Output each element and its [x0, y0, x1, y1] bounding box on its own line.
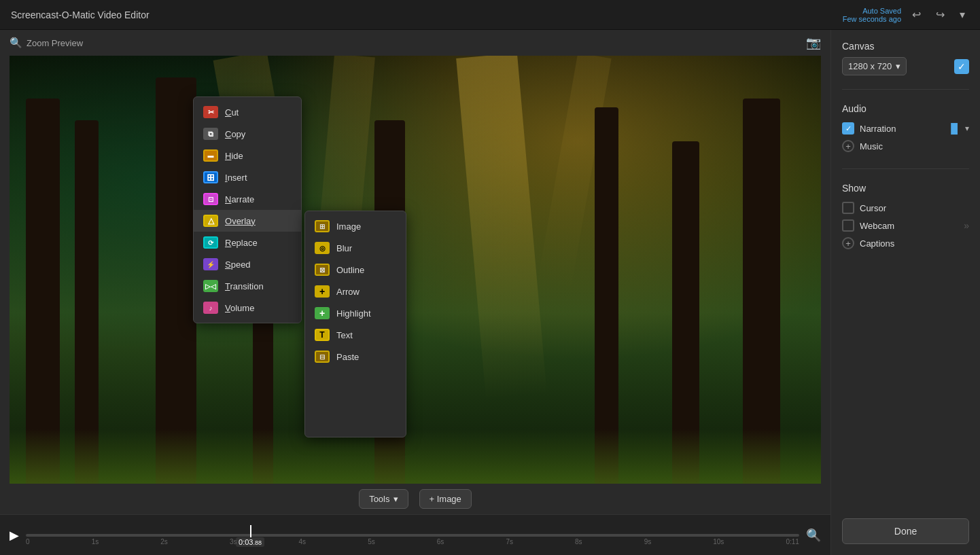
light-ray-3	[456, 56, 547, 399]
add-image-button[interactable]: + Image	[419, 489, 472, 509]
center-area: 🔍 Zoom Preview 📷	[0, 30, 830, 555]
captions-left: + Captions	[842, 237, 894, 249]
canvas-size-select[interactable]: 1280 x 720 ▾	[842, 57, 907, 75]
paste-icon: ⊟	[315, 351, 330, 363]
time-1s: 1s	[92, 538, 99, 545]
timeline-search-button[interactable]: 🔍	[806, 528, 821, 543]
timeline-labels: 0 1s 2s 3s 4s 5s 6s 7s 8s 9s 10s 0:11	[26, 538, 799, 545]
cursor-left: Cursor	[842, 202, 886, 214]
insert-label: Insert	[225, 173, 247, 183]
timeline-track[interactable]: 0:03.88 0 1s 2s 3s 4s 5s 6s 7s 8s 9s 10s…	[26, 525, 799, 545]
webcam-item: Webcam »	[842, 217, 969, 234]
menu-item-cut[interactable]: ✂ Cut	[194, 101, 301, 123]
narration-dropdown-icon[interactable]: ▾	[965, 124, 969, 133]
undo-button[interactable]: ↩	[908, 5, 925, 24]
bottom-toolbar: Tools ▾ + Image	[0, 484, 830, 514]
top-bar: 🔍 Zoom Preview 📷	[0, 30, 830, 56]
context-menu-container: ✂ Cut ⧉ Copy ▬ Hide ⊞ Insert	[193, 96, 406, 323]
insert-icon: ⊞	[203, 171, 218, 183]
menu-item-speed[interactable]: ⚡ Speed	[194, 253, 301, 275]
tree-3	[156, 77, 196, 484]
audio-section-title: Audio	[842, 103, 969, 114]
redo-button[interactable]: ↪	[932, 5, 949, 24]
done-button[interactable]: Done	[842, 518, 969, 544]
app-title: Screencast-O-Matic Video Editor	[11, 10, 150, 20]
captions-label: Captions	[860, 238, 894, 249]
music-add-button[interactable]: +	[842, 140, 854, 152]
tree-6	[743, 99, 780, 484]
titlebar: Screencast-O-Matic Video Editor Auto Sav…	[0, 0, 980, 30]
menu-item-transition[interactable]: ▷◁ Transition	[194, 275, 301, 297]
time-0: 0	[26, 538, 30, 545]
time-10s: 10s	[713, 538, 724, 545]
time-5s: 5s	[368, 538, 375, 545]
menu-item-narrate[interactable]: ⊡ Narrate	[194, 188, 301, 210]
play-button[interactable]: ▶	[10, 528, 19, 543]
captions-add-button[interactable]: +	[842, 237, 854, 249]
music-label: Music	[860, 141, 883, 151]
done-container: Done	[842, 263, 969, 544]
narration-label: Narration	[860, 124, 896, 134]
cut-label: Cut	[225, 107, 239, 118]
cursor-checkbox[interactable]	[842, 202, 854, 214]
show-section: Show Cursor Webcam » + Captions	[842, 183, 969, 252]
narration-checkbox[interactable]: ✓	[842, 122, 854, 135]
blur-label: Blur	[336, 243, 352, 253]
zoom-preview-label: 🔍 Zoom Preview	[10, 37, 83, 49]
menu-item-insert[interactable]: ⊞ Insert	[194, 166, 301, 188]
time-9s: 9s	[644, 538, 652, 545]
submenu-item-highlight[interactable]: + Highlight	[305, 302, 406, 324]
hide-label: Hide	[225, 151, 243, 161]
copy-icon: ⧉	[203, 128, 218, 140]
tools-label: Tools	[369, 494, 389, 504]
transition-label: Transition	[225, 281, 264, 291]
time-2s: 2s	[160, 538, 168, 545]
narration-left: ✓ Narration	[842, 122, 896, 135]
speed-icon: ⚡	[203, 258, 218, 270]
image-label: Image	[336, 221, 361, 232]
menu-item-replace[interactable]: ⟳ Replace	[194, 232, 301, 253]
time-7s: 7s	[506, 538, 513, 545]
webcam-left: Webcam	[842, 219, 894, 232]
menu-item-hide[interactable]: ▬ Hide	[194, 145, 301, 166]
narration-bars-icon[interactable]: ▐▌	[947, 123, 961, 134]
webcam-arrow[interactable]: »	[964, 220, 969, 231]
copy-label: Copy	[225, 129, 245, 139]
titlebar-controls: Auto Saved Few seconds ago ↩ ↪ ▾	[843, 5, 969, 24]
video-background	[10, 56, 821, 484]
submenu-item-outline[interactable]: ⊠ Outline	[305, 259, 406, 281]
menu-item-overlay[interactable]: △ Overlay	[194, 210, 301, 232]
auto-saved-status: Auto Saved Few seconds ago	[843, 7, 901, 23]
submenu-item-arrow[interactable]: + Arrow	[305, 281, 406, 302]
overlay-label: Overlay	[225, 216, 256, 226]
video-preview: ✂ Cut ⧉ Copy ▬ Hide ⊞ Insert	[10, 56, 821, 484]
submenu-item-image[interactable]: ⊞ Image	[305, 215, 406, 237]
cursor-label: Cursor	[860, 203, 886, 213]
replace-icon: ⟳	[203, 236, 218, 249]
overlay-icon: △	[203, 215, 218, 227]
timeline: ▶ 0:03.88 0 1s 2s 3s 4s 5s 6s 7s 8s 9s 1…	[0, 514, 830, 555]
highlight-label: Highlight	[336, 308, 371, 319]
webcam-checkbox[interactable]	[842, 219, 854, 232]
submenu-item-text[interactable]: T Text	[305, 324, 406, 346]
narrate-label: Narrate	[225, 194, 254, 204]
auto-saved-label: Auto Saved	[843, 7, 901, 15]
titlebar-dropdown-button[interactable]: ▾	[956, 5, 969, 24]
submenu-item-paste[interactable]: ⊟ Paste	[305, 346, 406, 368]
replace-label: Replace	[225, 238, 258, 248]
forest-scene	[10, 56, 821, 484]
canvas-section: Canvas 1280 x 720 ▾ ✓	[842, 41, 969, 75]
menu-item-volume[interactable]: ♪ Volume	[194, 297, 301, 319]
screenshot-button[interactable]: 📷	[806, 35, 821, 50]
zoom-preview-text: Zoom Preview	[27, 38, 83, 48]
add-image-label: + Image	[430, 494, 461, 504]
divider-1	[842, 89, 969, 90]
menu-item-copy[interactable]: ⧉ Copy	[194, 123, 301, 145]
blur-icon: ◎	[315, 242, 330, 254]
captions-item: + Captions	[842, 234, 969, 252]
tools-button[interactable]: Tools ▾	[359, 489, 408, 509]
submenu-item-blur[interactable]: ◎ Blur	[305, 237, 406, 259]
text-label: Text	[336, 330, 353, 340]
canvas-checkbox[interactable]: ✓	[954, 59, 969, 74]
tree-1	[26, 99, 60, 484]
